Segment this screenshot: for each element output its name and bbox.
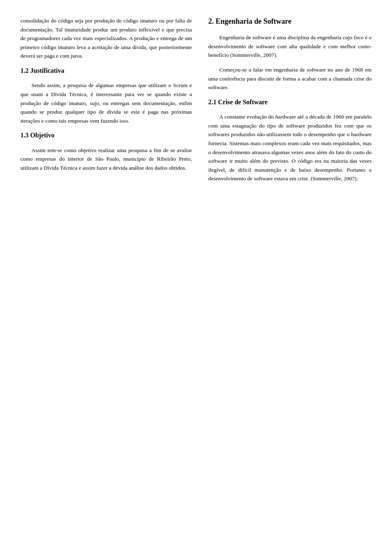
left-column: consolidação do código seja por produção… — [20, 16, 192, 189]
section-2-1-heading: 2.1 Crise de Software — [208, 98, 372, 107]
section-2-para1: Engenharia de software é uma disciplina … — [208, 33, 372, 60]
intro-paragraph: consolidação do código seja por produção… — [20, 16, 192, 61]
two-column-layout: consolidação do código seja por produção… — [20, 16, 372, 189]
section-2-heading: 2. Engenharia de Software — [208, 16, 372, 27]
section-2-para2: Começou-se a falar em engenharia de soft… — [208, 65, 372, 92]
section-2-1-para1: A constante evolução do hardware até a d… — [208, 112, 372, 183]
right-column: 2. Engenharia de Software Engenharia de … — [208, 16, 372, 189]
section-1-3-body: Assim tem-se como objetivo realizar uma … — [20, 146, 192, 173]
page-container: consolidação do código seja por produção… — [0, 0, 392, 536]
section-1-2-heading: 1.2 Justificativa — [20, 66, 192, 75]
section-1-3-heading: 1.3 Objetivo — [20, 131, 192, 140]
section-1-2-body: Sendo assim, a pesquisa de algumas empre… — [20, 81, 192, 125]
